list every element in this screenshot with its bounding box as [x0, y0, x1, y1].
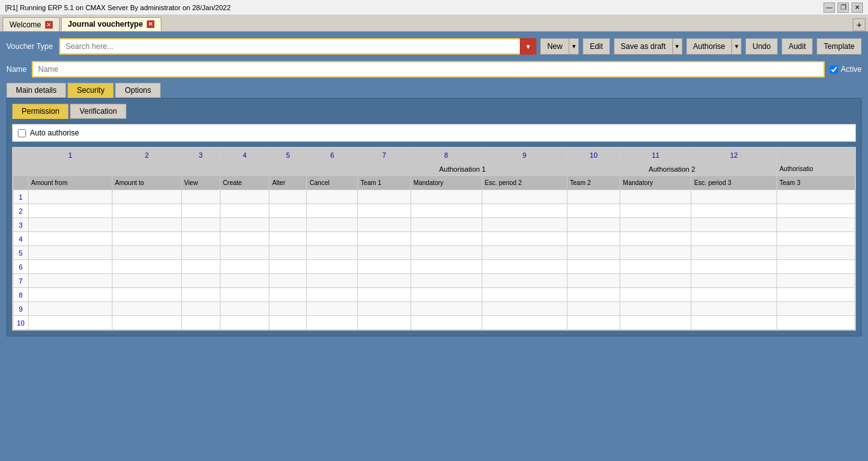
grid-cell[interactable]: [776, 218, 855, 232]
grid-cell[interactable]: [410, 218, 482, 232]
grid-cell[interactable]: [567, 274, 620, 288]
grid-cell[interactable]: [567, 190, 620, 204]
tab-close-welcome[interactable]: ✕: [45, 21, 53, 29]
grid-cell[interactable]: [410, 302, 482, 316]
grid-cell[interactable]: [220, 274, 269, 288]
template-button[interactable]: Template: [817, 38, 862, 55]
grid-cell[interactable]: [620, 204, 691, 218]
grid-cell[interactable]: [620, 302, 691, 316]
grid-cell[interactable]: [567, 302, 620, 316]
grid-cell[interactable]: [220, 302, 269, 316]
sub-tab-verification[interactable]: Verification: [70, 104, 126, 119]
edit-button[interactable]: Edit: [583, 38, 610, 55]
grid-cell[interactable]: [269, 302, 307, 316]
grid-cell[interactable]: [620, 274, 691, 288]
grid-cell[interactable]: [691, 204, 776, 218]
grid-cell[interactable]: [307, 316, 358, 330]
grid-cell[interactable]: [776, 316, 855, 330]
grid-cell[interactable]: [112, 302, 182, 316]
grid-cell[interactable]: [776, 260, 855, 274]
grid-cell[interactable]: [691, 274, 776, 288]
grid-cell[interactable]: [220, 260, 269, 274]
grid-cell[interactable]: [691, 260, 776, 274]
authorise-dropdown-button[interactable]: ▼: [731, 38, 742, 55]
grid-cell[interactable]: [29, 190, 112, 204]
grid-cell[interactable]: [620, 316, 691, 330]
grid-cell[interactable]: [307, 204, 358, 218]
grid-cell[interactable]: [620, 246, 691, 260]
grid-cell[interactable]: [29, 232, 112, 246]
grid-cell[interactable]: [567, 246, 620, 260]
grid-cell[interactable]: [482, 260, 567, 274]
tab-welcome[interactable]: Welcome ✕: [3, 17, 60, 31]
new-dropdown-button[interactable]: ▼: [569, 38, 579, 55]
grid-cell[interactable]: [307, 302, 358, 316]
grid-cell[interactable]: [29, 204, 112, 218]
grid-cell[interactable]: [358, 232, 410, 246]
save-as-draft-dropdown-button[interactable]: ▼: [672, 38, 682, 55]
grid-cell[interactable]: [410, 260, 482, 274]
grid-cell[interactable]: [269, 232, 307, 246]
grid-cell[interactable]: [691, 232, 776, 246]
grid-cell[interactable]: [410, 316, 482, 330]
tab-close-journal[interactable]: ✕: [147, 20, 154, 28]
grid-cell[interactable]: [776, 274, 855, 288]
close-button[interactable]: ✕: [851, 3, 863, 13]
grid-cell[interactable]: [358, 288, 410, 302]
grid-cell[interactable]: [482, 204, 567, 218]
grid-cell[interactable]: [181, 302, 220, 316]
grid-cell[interactable]: [220, 218, 269, 232]
grid-cell[interactable]: [567, 288, 620, 302]
search-input[interactable]: [59, 38, 536, 55]
grid-cell[interactable]: [307, 246, 358, 260]
minimize-button[interactable]: —: [824, 3, 835, 13]
grid-cell[interactable]: [410, 288, 482, 302]
grid-cell[interactable]: [482, 274, 567, 288]
grid-cell[interactable]: [567, 232, 620, 246]
grid-cell[interactable]: [358, 218, 410, 232]
grid-cell[interactable]: [112, 274, 182, 288]
grid-cell[interactable]: [181, 204, 220, 218]
grid-cell[interactable]: [307, 190, 358, 204]
grid-cell[interactable]: [112, 260, 182, 274]
grid-cell[interactable]: [620, 232, 691, 246]
grid-cell[interactable]: [358, 246, 410, 260]
grid-cell[interactable]: [358, 190, 410, 204]
grid-cell[interactable]: [112, 232, 182, 246]
grid-cell[interactable]: [220, 316, 269, 330]
grid-cell[interactable]: [269, 190, 307, 204]
grid-cell[interactable]: [358, 204, 410, 218]
grid-cell[interactable]: [482, 190, 567, 204]
grid-cell[interactable]: [29, 260, 112, 274]
grid-cell[interactable]: [112, 246, 182, 260]
grid-cell[interactable]: [29, 274, 112, 288]
grid-cell[interactable]: [29, 218, 112, 232]
grid-cell[interactable]: [269, 288, 307, 302]
grid-cell[interactable]: [482, 316, 567, 330]
grid-cell[interactable]: [358, 316, 410, 330]
grid-cell[interactable]: [620, 218, 691, 232]
grid-cell[interactable]: [112, 316, 182, 330]
grid-cell[interactable]: [691, 302, 776, 316]
grid-cell[interactable]: [691, 316, 776, 330]
authorise-button[interactable]: Authorise: [686, 38, 732, 55]
grid-cell[interactable]: [112, 288, 182, 302]
tab-options[interactable]: Options: [115, 83, 160, 98]
grid-cell[interactable]: [112, 204, 182, 218]
grid-cell[interactable]: [567, 204, 620, 218]
tab-add-button[interactable]: +: [853, 18, 865, 31]
grid-cell[interactable]: [269, 204, 307, 218]
grid-cell[interactable]: [482, 232, 567, 246]
grid-cell[interactable]: [112, 190, 182, 204]
grid-cell[interactable]: [567, 218, 620, 232]
new-button[interactable]: New: [540, 38, 569, 55]
tab-main-details[interactable]: Main details: [6, 83, 66, 98]
active-checkbox[interactable]: [830, 65, 838, 74]
grid-cell[interactable]: [269, 274, 307, 288]
grid-cell[interactable]: [181, 288, 220, 302]
grid-cell[interactable]: [482, 302, 567, 316]
search-dropdown-button[interactable]: [520, 38, 536, 55]
grid-cell[interactable]: [269, 246, 307, 260]
grid-cell[interactable]: [776, 232, 855, 246]
grid-cell[interactable]: [620, 288, 691, 302]
